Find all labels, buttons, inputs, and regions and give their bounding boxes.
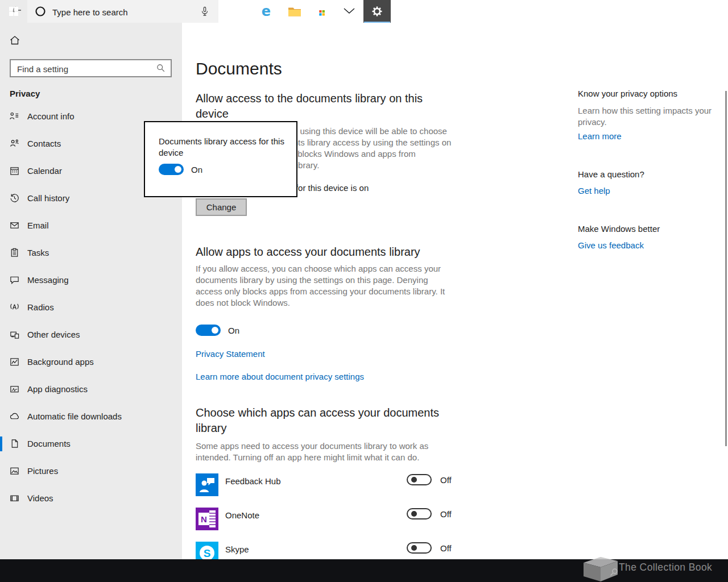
settings-window: Settings Privacy Account info [0,0,728,582]
taskbar-search-input[interactable] [51,5,196,19]
contacts-icon [9,138,20,149]
sidebar-section-heading: Privacy [10,89,40,98]
learn-more-documents-link[interactable]: Learn more about document privacy settin… [196,372,364,381]
svg-text:S: S [204,547,211,559]
sidebar-item-label: Account info [27,111,75,121]
app-access-toggle[interactable] [196,325,221,336]
sidebar-item-videos[interactable]: Videos [0,485,182,512]
account-info-icon [9,111,20,122]
taskbar-clock[interactable]: 10:20 AM 1/7/2018 [661,3,696,19]
app-toggle-state: Off [440,543,452,553]
sidebar-item-tasks[interactable]: Tasks [0,239,182,267]
taskbar-search[interactable] [27,0,218,23]
home-icon[interactable] [9,34,20,47]
toggle-dot [411,511,417,517]
store-taskbar-button[interactable] [308,0,336,23]
sidebar-item-documents[interactable]: Documents [0,430,182,458]
sidebar: Settings Privacy Account info [0,0,182,559]
start-button[interactable] [0,0,27,23]
chevron-up-icon [615,7,624,16]
automatic-file-downloads-icon [9,411,20,422]
sidebar-item-messaging[interactable]: Messaging [0,267,182,294]
volume-tray-button[interactable] [645,0,660,23]
app-name: Feedback Hub [225,476,281,486]
choose-apps-heading: Choose which apps can access your docume… [196,405,440,436]
pictures-icon [9,465,20,476]
task-view-button[interactable] [218,0,246,23]
edge-taskbar-button[interactable]: e [253,0,280,23]
search-input[interactable] [16,60,149,77]
get-help-link[interactable]: Get help [578,186,610,196]
file-explorer-taskbar-button[interactable] [281,0,308,23]
popup-toggle[interactable] [159,164,184,175]
sidebar-item-label: Messaging [27,275,69,285]
sidebar-item-background-apps[interactable]: Background apps [0,348,182,376]
sidebar-item-email[interactable]: Email [0,212,182,239]
action-center-button[interactable] [700,0,717,23]
sidebar-item-label: Other devices [27,330,80,339]
collection-book-logo-icon [581,555,621,582]
sidebar-item-pictures[interactable]: Pictures [0,458,182,485]
scrollbar-thumb[interactable] [725,91,727,446]
skype-toggle[interactable] [407,542,432,554]
popup-toggle-label: On [191,165,202,174]
app-name: OneNote [225,510,259,520]
email-icon [9,220,20,231]
learn-more-link[interactable]: Learn more [578,131,622,141]
show-hidden-icons-button[interactable] [613,0,627,23]
find-setting-search[interactable] [10,59,172,77]
search-icon[interactable] [156,63,166,73]
sidebar-item-label: Documents [27,439,71,448]
documents-library-access-popup: Documents library access for this device… [144,121,297,197]
onenote-icon: N [196,508,218,530]
active-app-indicator [364,22,390,23]
sidebar-item-radios[interactable]: Radios [0,294,182,321]
feedback-hub-toggle[interactable] [407,474,432,485]
sidebar-item-label: Calendar [27,166,62,176]
app-diagnostics-icon [9,384,20,394]
tasks-icon [9,247,20,258]
settings-taskbar-button[interactable] [363,0,391,23]
call-history-icon [9,193,20,203]
choose-apps-description: Some apps need to access your documents … [196,440,440,463]
action-center-icon [703,6,714,16]
watermark-text: The Collection Book [619,562,712,573]
app-name: Skype [225,544,249,554]
onenote-toggle[interactable] [407,508,432,519]
privacy-statement-link[interactable]: Privacy Statement [196,349,265,359]
svg-text:N: N [201,514,207,524]
speaker-icon [648,7,657,16]
sidebar-item-label: Email [27,221,49,230]
have-a-question-heading: Have a question? [578,169,644,179]
app-row-onenote: N OneNote Off [196,508,463,530]
app-row-feedback-hub: Feedback Hub Off [196,473,463,496]
sidebar-item-app-diagnostics[interactable]: App diagnostics [0,376,182,403]
app-access-toggle-label: On [228,326,239,335]
sidebar-item-automatic-file-downloads[interactable]: Automatic file downloads [0,403,182,430]
toggle-dot [411,477,417,483]
give-us-feedback-link[interactable]: Give us feedback [578,240,644,250]
toggle-dot [411,545,417,551]
toggle-knob [175,166,181,173]
change-button[interactable]: Change [196,198,247,216]
microphone-icon[interactable] [199,6,210,17]
sidebar-item-label: Background apps [27,357,94,367]
mail-taskbar-button[interactable] [336,0,363,23]
sidebar-item-other-devices[interactable]: Other devices [0,321,182,348]
sidebar-item-label: Radios [27,302,54,312]
sidebar-item-label: Pictures [27,466,58,476]
privacy-options-description: Learn how this setting impacts your priv… [578,105,715,128]
file-explorer-icon [287,4,302,19]
windows-logo-icon [9,7,18,16]
background-apps-icon [9,356,20,367]
cortana-icon [35,6,46,17]
messaging-icon [9,275,20,285]
sidebar-item-label: Contacts [27,139,61,148]
app-access-heading: Allow apps to access your documents libr… [196,244,457,260]
edge-icon: e [259,4,274,19]
svg-text:e: e [262,4,271,19]
network-tray-button[interactable] [628,0,644,23]
radios-icon [9,302,20,313]
page-title: Documents [196,59,282,78]
privacy-options-heading: Know your privacy options [578,89,677,98]
